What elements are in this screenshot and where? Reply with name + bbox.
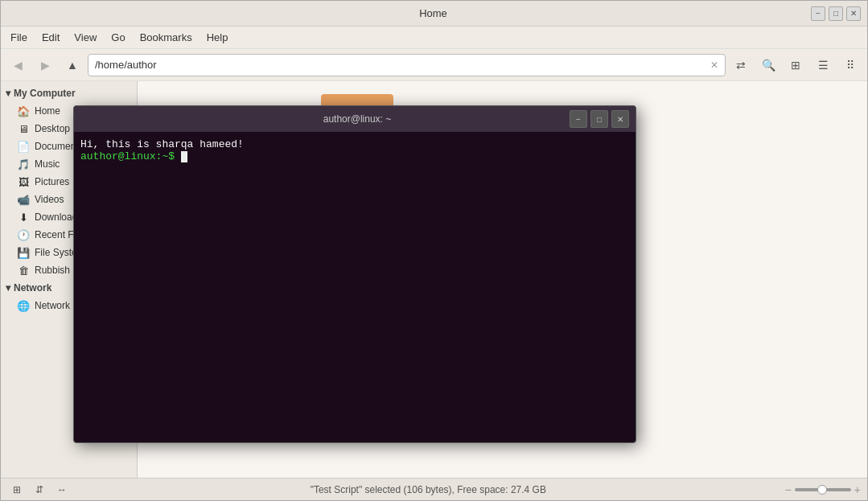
- chevron-down-icon: [6, 88, 10, 99]
- back-button[interactable]: ◀: [6, 53, 30, 77]
- sidebar-item-desktop-label: Desktop: [35, 123, 70, 134]
- status-btn-2[interactable]: ⇵: [30, 480, 49, 499]
- window-controls: − □ ✕: [811, 6, 861, 21]
- status-text: "Test Script" selected (106 bytes), Free…: [311, 484, 546, 495]
- terminal-body[interactable]: Hi, this is sharqa hameed! author@linux:…: [74, 132, 636, 442]
- toolbar: ◀ ▶ ▲ /home/author ✕ ⇄ 🔍 ⊞ ☰ ⠿: [1, 49, 867, 81]
- rubbish-icon: 🗑: [17, 264, 30, 277]
- status-btn-3[interactable]: ↔: [52, 480, 72, 499]
- documents-icon: 📄: [17, 140, 30, 153]
- zoom-slider[interactable]: [795, 488, 851, 491]
- terminal-minimize-button[interactable]: −: [570, 110, 587, 128]
- toggle-button[interactable]: ⇄: [729, 53, 753, 77]
- view-grid-button[interactable]: ⊞: [784, 53, 808, 77]
- close-button[interactable]: ✕: [846, 6, 861, 21]
- view-compact-button[interactable]: ⠿: [838, 53, 862, 77]
- terminal-close-button[interactable]: ✕: [611, 110, 629, 128]
- toggle-icon: ⇄: [736, 59, 746, 72]
- menu-bar: File Edit View Go Bookmarks Help: [1, 27, 867, 49]
- status-left: ⊞ ⇵ ↔: [7, 480, 72, 499]
- downloads-icon: ⬇: [17, 211, 30, 224]
- network-chevron-icon: [6, 282, 10, 294]
- status-btn-1[interactable]: ⊞: [7, 480, 27, 499]
- terminal-prompt: author@linux:~$: [80, 150, 175, 162]
- address-text: /home/author: [95, 59, 157, 71]
- filesystem-icon: 💾: [17, 246, 30, 259]
- sidebar-item-network-label: Network: [35, 300, 70, 311]
- address-clear-icon[interactable]: ✕: [710, 60, 718, 71]
- view-list-icon: ☰: [818, 59, 829, 72]
- sidebar-item-music-label: Music: [35, 158, 60, 170]
- terminal-controls: − □ ✕: [570, 110, 629, 128]
- terminal-maximize-button[interactable]: □: [590, 110, 608, 128]
- terminal-window: author@linux: ~ − □ ✕ Hi, this is sharqa…: [73, 105, 636, 443]
- desktop-icon: 🖥: [17, 122, 30, 135]
- maximize-button[interactable]: □: [829, 6, 843, 21]
- terminal-output-line: Hi, this is sharqa hameed!: [80, 138, 629, 150]
- menu-bookmarks[interactable]: Bookmarks: [134, 30, 199, 45]
- up-icon: ▲: [67, 59, 78, 72]
- sidebar-item-videos-label: Videos: [35, 194, 64, 205]
- home-icon: 🏠: [17, 105, 30, 117]
- view-compact-icon: ⠿: [846, 59, 854, 72]
- back-icon: ◀: [14, 59, 23, 72]
- network-icon: 🌐: [17, 299, 30, 312]
- zoom-control: − +: [785, 483, 861, 496]
- zoom-thumb: [817, 485, 827, 495]
- recent-icon: 🕐: [17, 228, 30, 241]
- network-section-label: Network: [14, 282, 51, 294]
- window-title: Home: [56, 7, 811, 19]
- zoom-plus-icon[interactable]: +: [854, 483, 861, 496]
- menu-view[interactable]: View: [68, 30, 103, 45]
- terminal-cursor: [181, 151, 187, 162]
- sidebar-item-pictures-label: Pictures: [35, 176, 69, 187]
- status-bar: ⊞ ⇵ ↔ "Test Script" selected (106 bytes)…: [1, 478, 867, 500]
- address-bar[interactable]: /home/author ✕: [88, 54, 726, 76]
- minimize-button[interactable]: −: [811, 6, 825, 21]
- menu-file[interactable]: File: [4, 30, 34, 45]
- zoom-minus-icon[interactable]: −: [785, 483, 792, 496]
- sidebar-section-my-computer[interactable]: My Computer: [1, 84, 137, 102]
- up-button[interactable]: ▲: [60, 53, 84, 77]
- terminal-prompt-line: author@linux:~$: [80, 150, 629, 162]
- view-list-button[interactable]: ☰: [811, 53, 835, 77]
- title-bar: Home − □ ✕: [1, 1, 867, 27]
- menu-go[interactable]: Go: [105, 30, 131, 45]
- music-icon: 🎵: [17, 158, 30, 170]
- my-computer-label: My Computer: [14, 88, 76, 99]
- forward-button[interactable]: ▶: [33, 53, 57, 77]
- terminal-title-bar: author@linux: ~ − □ ✕: [74, 106, 636, 132]
- forward-icon: ▶: [41, 59, 50, 72]
- sidebar-item-home-label: Home: [35, 105, 60, 117]
- videos-icon: 📹: [17, 193, 30, 206]
- terminal-title: author@linux: ~: [145, 113, 570, 125]
- search-button[interactable]: 🔍: [756, 53, 780, 77]
- search-icon: 🔍: [762, 59, 775, 72]
- menu-help[interactable]: Help: [200, 30, 235, 45]
- pictures-icon: 🖼: [17, 175, 30, 188]
- view-grid-icon: ⊞: [791, 59, 800, 72]
- menu-edit[interactable]: Edit: [35, 30, 66, 45]
